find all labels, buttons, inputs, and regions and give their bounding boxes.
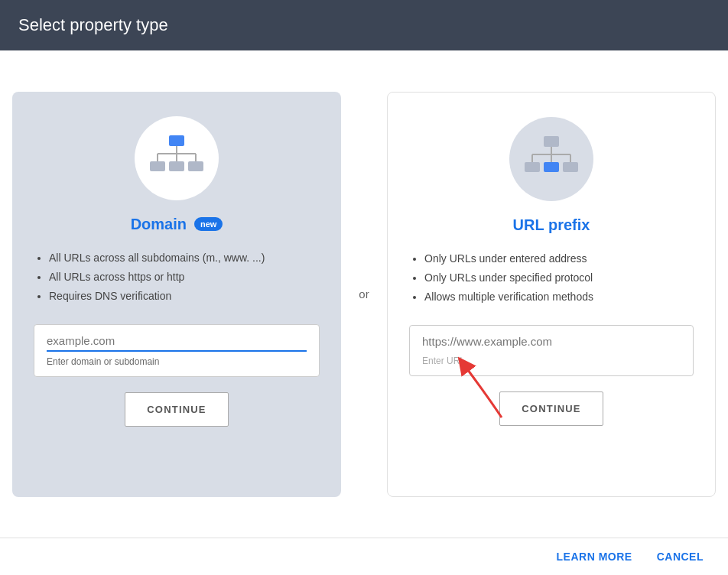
dialog-header: Select property type [0,0,728,50]
url-input-hint: Enter URL [422,356,681,366]
url-input-group[interactable]: Enter URL [409,325,694,376]
svg-rect-0 [169,135,184,146]
domain-card: Domain new All URLs across all subdomain… [12,92,341,497]
url-bullets: Only URLs under entered address Only URL… [409,249,593,307]
url-bullet-3: Allows multiple verification methods [424,288,593,307]
cards-wrapper: Domain new All URLs across all subdomain… [12,92,716,497]
url-icon-circle [509,117,593,201]
domain-input-hint: Enter domain or subdomain [47,356,307,367]
domain-continue-button[interactable]: CONTINUE [125,392,229,427]
svg-rect-15 [525,162,540,172]
url-icon [525,135,578,184]
cancel-button[interactable]: CANCEL [657,551,704,563]
domain-input-group[interactable]: Enter domain or subdomain [34,324,320,377]
url-card: URL prefix Only URLs under entered addre… [387,92,716,497]
main-content: Domain new All URLs across all subdomain… [0,50,728,538]
svg-rect-9 [544,136,559,147]
svg-rect-8 [188,161,203,171]
svg-rect-6 [150,161,165,171]
domain-new-badge: new [194,217,223,231]
svg-rect-17 [563,162,578,172]
domain-bullets: All URLs across all subdomains (m., www.… [34,249,265,307]
domain-bullet-2: All URLs across https or http [49,268,265,287]
domain-title: Domain [131,216,187,233]
domain-icon-circle [135,116,219,200]
domain-bullet-1: All URLs across all subdomains (m., www.… [49,249,265,268]
footer: LEARN MORE CANCEL [0,538,728,575]
url-title: URL prefix [513,216,590,234]
or-divider: or [341,288,387,300]
url-bullet-2: Only URLs under specified protocol [424,268,593,288]
url-bullet-1: Only URLs under entered address [424,249,593,268]
url-input[interactable] [422,335,681,351]
domain-icon [150,134,203,183]
url-continue-button[interactable]: CONTINUE [499,391,603,426]
domain-input[interactable] [47,334,307,352]
domain-bullet-3: Requires DNS verification [49,287,265,306]
svg-rect-7 [169,161,184,171]
dialog-title: Select property type [18,15,168,34]
url-title-row: URL prefix [409,216,694,234]
learn-more-button[interactable]: LEARN MORE [557,551,632,563]
svg-rect-16 [544,162,559,172]
domain-title-row: Domain new [34,216,320,233]
